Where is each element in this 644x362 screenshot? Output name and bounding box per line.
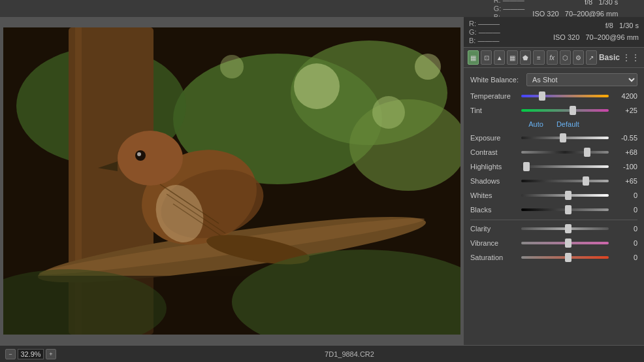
clarity-value: 0 — [613, 225, 637, 233]
crop-tool-icon[interactable]: ⊡ — [481, 50, 492, 65]
whites-value: 0 — [613, 191, 637, 199]
default-button[interactable]: Default — [556, 120, 579, 128]
shadows-slider[interactable] — [521, 176, 609, 186]
zoom-increase-button[interactable]: + — [46, 349, 56, 359]
shadows-thumb[interactable] — [583, 176, 589, 186]
bottom-bar: − + 7D1_9884.CR2 — [0, 345, 644, 362]
dev-b-row: B: ——— — [469, 37, 500, 44]
whites-thumb[interactable] — [565, 191, 572, 200]
develop-exif: f/8 1/30 s ISO 320 70–200@96 mm — [553, 20, 639, 43]
vibrance-label: Vibrance — [470, 239, 517, 247]
tint-value: +25 — [613, 107, 637, 114]
white-balance-select[interactable]: As Shot Auto Daylight Cloudy Shade Tungs… — [526, 73, 637, 86]
whites-slider[interactable] — [521, 191, 609, 200]
blacks-thumb[interactable] — [565, 205, 572, 214]
clarity-row: Clarity 0 — [470, 224, 637, 233]
auto-button[interactable]: Auto — [528, 120, 543, 128]
saturation-value: 0 — [613, 254, 637, 261]
zoom-decrease-button[interactable]: − — [5, 349, 16, 359]
exposure-label: Exposure — [470, 134, 517, 142]
contrast-slider[interactable] — [521, 148, 609, 157]
highlights-row: Highlights -100 — [470, 162, 637, 171]
auto-default-row: Auto Default — [470, 120, 637, 128]
exposure-slider[interactable] — [521, 133, 609, 142]
gradient-tool-icon[interactable]: ≡ — [533, 50, 544, 65]
filename-label: 7D1_9884.CR2 — [60, 350, 639, 358]
blacks-label: Blacks — [470, 206, 517, 214]
r-value: R: ——— — [494, 0, 525, 4]
g-value: G: ——— — [494, 5, 525, 12]
aperture: f/8 — [585, 0, 592, 6]
dev-r-row: R: ——— — [469, 20, 500, 27]
zoom-controls: − + — [5, 349, 56, 359]
triangle-tool-icon[interactable]: ▲ — [494, 50, 505, 65]
brush-tool-icon[interactable]: ⬟ — [520, 50, 531, 65]
contrast-thumb[interactable] — [584, 148, 590, 157]
shutter-speed: 1/30 s — [598, 0, 618, 6]
sliders-panel: White Balance: As Shot Auto Daylight Clo… — [464, 68, 644, 345]
zoom-input[interactable] — [18, 349, 44, 359]
contrast-value: +68 — [613, 148, 637, 156]
saturation-thumb[interactable] — [565, 253, 572, 262]
highlights-value: -100 — [613, 163, 637, 171]
whites-label: Whites — [470, 191, 517, 199]
blacks-row: Blacks 0 — [470, 205, 637, 214]
clarity-thumb[interactable] — [565, 224, 572, 233]
temperature-value: 4200 — [613, 92, 637, 100]
clarity-label: Clarity — [470, 225, 517, 233]
panel-divider — [470, 220, 637, 220]
svg-point-8 — [415, 54, 441, 80]
clarity-slider[interactable] — [521, 224, 609, 233]
histogram-tool-icon[interactable]: ▦ — [468, 50, 479, 65]
tint-slider[interactable] — [521, 106, 609, 115]
temperature-label: Temperature — [470, 92, 517, 100]
svg-point-6 — [372, 96, 405, 129]
tint-thumb[interactable] — [570, 106, 576, 115]
exposure-thumb[interactable] — [560, 133, 566, 142]
shadows-row: Shadows +65 — [470, 176, 637, 186]
dev-g-row: G: ——— — [469, 28, 500, 36]
white-balance-label: White Balance: — [470, 76, 523, 84]
photo-image — [3, 27, 460, 335]
vibrance-slider[interactable] — [521, 239, 609, 248]
highlights-thumb[interactable] — [523, 162, 530, 171]
temperature-row: Temperature 4200 — [470, 91, 637, 101]
panel-title: Basic — [599, 53, 620, 62]
photo-svg — [3, 27, 460, 335]
shadows-value: +65 — [613, 177, 637, 185]
panel-expand-icon[interactable]: ⋮⋮ — [622, 52, 640, 63]
fx-tool-icon[interactable]: fx — [547, 50, 558, 65]
tint-row: Tint +25 — [470, 106, 637, 115]
share-tool-icon[interactable]: ↗ — [586, 50, 597, 65]
white-balance-row: White Balance: As Shot Auto Daylight Clo… — [470, 73, 637, 86]
svg-point-18 — [137, 152, 141, 156]
saturation-slider[interactable] — [521, 253, 609, 262]
vibrance-thumb[interactable] — [565, 239, 572, 248]
develop-toolbar: ▦ ⊡ ▲ ▦ ⬟ ≡ fx ⬡ ⚙ ↗ Basic ⋮⋮ — [464, 48, 644, 68]
right-develop-panel: R: ——— G: ——— B: ——— f/8 1/30 s ISO 320 … — [464, 17, 644, 345]
saturation-row: Saturation 0 — [470, 253, 637, 262]
exposure-value: -0.55 — [613, 134, 637, 142]
temperature-slider[interactable] — [521, 91, 609, 101]
vibrance-row: Vibrance 0 — [470, 239, 637, 248]
blacks-slider[interactable] — [521, 205, 609, 214]
svg-point-15 — [118, 131, 183, 186]
exposure-row: Exposure -0.55 — [470, 133, 637, 142]
highlights-slider[interactable] — [521, 162, 609, 171]
settings-tool-icon[interactable]: ⚙ — [573, 50, 584, 65]
whites-row: Whites 0 — [470, 191, 637, 200]
grid-tool-icon[interactable]: ▦ — [507, 50, 518, 65]
photo-container — [3, 27, 460, 335]
export-tool-icon[interactable]: ⬡ — [560, 50, 571, 65]
vibrance-value: 0 — [613, 239, 637, 247]
develop-rgb-values: R: ——— G: ——— B: ——— — [469, 20, 500, 44]
tint-label: Tint — [470, 107, 517, 114]
saturation-label: Saturation — [470, 254, 517, 261]
shadows-label: Shadows — [470, 177, 517, 185]
blacks-value: 0 — [613, 206, 637, 214]
contrast-row: Contrast +68 — [470, 148, 637, 157]
photo-panel — [0, 17, 464, 345]
temperature-thumb[interactable] — [539, 91, 545, 101]
main-content: R: ——— G: ——— B: ——— f/8 1/30 s ISO 320 … — [0, 17, 644, 345]
highlights-label: Highlights — [470, 163, 517, 171]
